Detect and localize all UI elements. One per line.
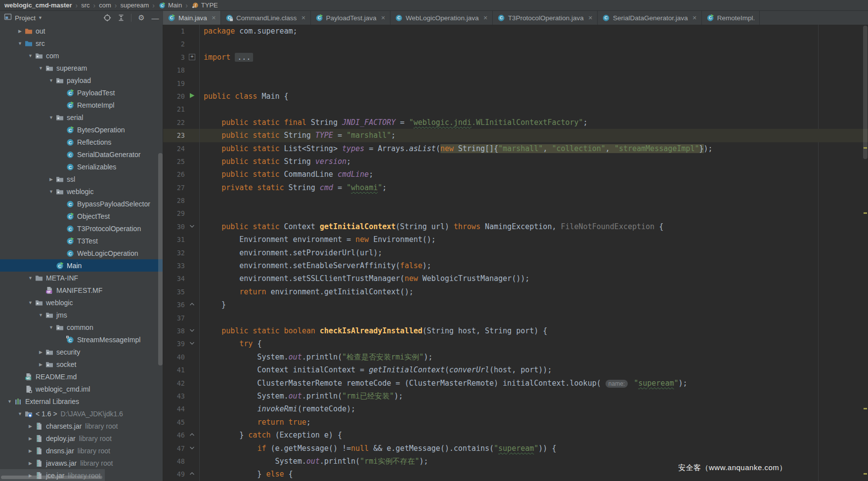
tree-item-objecttest[interactable]: CObjectTest <box>0 210 163 222</box>
tree-item-jms[interactable]: ▼jms <box>0 309 163 321</box>
expanded-arrow-icon[interactable]: ▼ <box>46 189 56 194</box>
tab-t3protocoloperation-java[interactable]: CT3ProtocolOperation.java✕ <box>493 11 598 25</box>
tab-main-java[interactable]: CMain.java✕ <box>163 11 221 25</box>
fold-close-icon[interactable] <box>189 468 195 481</box>
code-line-41[interactable]: 41 Context initialContext = getInitialCo… <box>163 363 868 376</box>
collapsed-arrow-icon[interactable]: ▶ <box>36 350 45 355</box>
tree-item-common[interactable]: ▼common <box>0 321 163 333</box>
fold-close-icon[interactable] <box>189 298 195 311</box>
collapse-icon[interactable] <box>117 14 125 22</box>
locate-icon[interactable] <box>103 14 111 22</box>
code-line-18[interactable]: 18 <box>163 64 868 77</box>
tree-vertical-scrollbar[interactable] <box>158 153 163 365</box>
project-panel-title[interactable]: Project <box>15 14 36 22</box>
code-line-1[interactable]: 1package com.supeream; <box>163 25 868 38</box>
tree-item-ssl[interactable]: ▶ssl <box>0 173 163 185</box>
code-line-45[interactable]: 45 return true; <box>163 416 868 429</box>
tree-item-security[interactable]: ▶security <box>0 346 163 358</box>
fold-open-icon[interactable] <box>189 220 195 233</box>
expanded-arrow-icon[interactable]: ▼ <box>5 399 14 404</box>
expanded-arrow-icon[interactable]: ▼ <box>15 41 25 46</box>
collapsed-arrow-icon[interactable]: ▶ <box>26 424 35 429</box>
code-line-29[interactable]: 29 <box>163 207 868 220</box>
tree-item--1-6-[interactable]: ▼< 1.6 >D:\JAVA_JDK\jdk1.6 <box>0 407 163 420</box>
warning-stripe-mark[interactable] <box>864 408 867 409</box>
collapsed-arrow-icon[interactable]: ▶ <box>15 29 25 34</box>
warning-stripe-mark[interactable] <box>864 473 867 475</box>
tree-item-supeream[interactable]: ▼supeream <box>0 62 163 74</box>
code-line-2[interactable]: 2 <box>163 38 868 50</box>
tree-item-serialdatagenerator[interactable]: CSerialDataGenerator <box>0 148 163 160</box>
code-line-26[interactable]: 26 public static CommandLine cmdLine; <box>163 168 868 181</box>
tree-item-serializables[interactable]: CSerializables <box>0 160 163 173</box>
tree-item-readme-md[interactable]: MDREADME.md <box>0 370 163 383</box>
tree-item-weblogic[interactable]: ▼weblogic <box>0 185 163 198</box>
code-line-19[interactable]: 19 <box>163 77 868 90</box>
tab-payloadtest-java[interactable]: CPayloadTest.java✕ <box>311 11 391 25</box>
tree-item-com[interactable]: ▼com <box>0 49 163 62</box>
code-line-31[interactable]: 31 Environment environment = new Environ… <box>163 233 868 246</box>
breadcrumb-item-src[interactable]: src <box>81 1 89 9</box>
tab-serialdatagenerator-java[interactable]: CSerialDataGenerator.java✕ <box>598 11 702 25</box>
expanded-arrow-icon[interactable]: ▼ <box>36 313 45 318</box>
code-line-47[interactable]: 47 if (e.getMessage() !=null && e.getMes… <box>163 442 868 455</box>
tree-item-manifest-mf[interactable]: MFMANIFEST.MF <box>0 284 163 296</box>
code-line-35[interactable]: 35 return environment.getInitialContext(… <box>163 285 868 298</box>
tree-item-javaws-jar[interactable]: ▶javaws.jarlibrary root <box>0 457 163 469</box>
code-line-32[interactable]: 32 environment.setProviderUrl(url); <box>163 246 868 259</box>
breadcrumb-item-com[interactable]: com <box>99 1 111 9</box>
tree-item-weblogicoperation[interactable]: CWebLogicOperation <box>0 247 163 259</box>
code-editor[interactable]: 1package com.supeream;23+import ...18192… <box>163 25 868 481</box>
tree-item-socket[interactable]: ▶socket <box>0 358 163 370</box>
close-icon[interactable]: ✕ <box>301 15 305 21</box>
tree-item-weblogic-cmd-iml[interactable]: weblogic_cmd.iml <box>0 383 163 395</box>
run-icon[interactable] <box>189 90 195 103</box>
tree-item-charsets-jar[interactable]: ▶charsets.jarlibrary root <box>0 420 163 432</box>
code-line-27[interactable]: 27 private static String cmd = "whoami"; <box>163 181 868 194</box>
fold-expand-icon[interactable]: + <box>189 54 195 60</box>
breadcrumb-item-type[interactable]: fTYPE <box>191 1 218 9</box>
code-line-3[interactable]: 3+import ... <box>163 51 868 64</box>
tree-item-weblogic[interactable]: ▼weblogic <box>0 296 163 309</box>
tree-item-serial[interactable]: ▼serial <box>0 111 163 123</box>
collapsed-arrow-icon[interactable]: ▶ <box>36 362 45 367</box>
code-line-36[interactable]: 36 } <box>163 298 868 311</box>
fold-open-icon[interactable] <box>189 324 195 337</box>
close-icon[interactable]: ✕ <box>588 15 593 21</box>
tree-item-dnsns-jar[interactable]: ▶dnsns.jarlibrary root <box>0 444 163 457</box>
expanded-arrow-icon[interactable]: ▼ <box>26 53 35 58</box>
tree-horizontal-scrollbar[interactable] <box>1 476 102 479</box>
expanded-arrow-icon[interactable]: ▼ <box>46 325 56 330</box>
tab-remoteimpl-[interactable]: CRemoteImpl. <box>702 11 760 25</box>
tree-item-reflections[interactable]: CReflections <box>0 136 163 148</box>
editor-vertical-scrollbar[interactable] <box>863 26 868 159</box>
code-line-37[interactable]: 37 <box>163 312 868 324</box>
code-line-42[interactable]: 42 ClusterMasterRemote remoteCode = (Clu… <box>163 377 868 390</box>
tree-item-jce-jar[interactable]: ▶jce.jarlibrary root <box>0 469 163 481</box>
tree-item-meta-inf[interactable]: ▼META-INF <box>0 272 163 284</box>
code-line-30[interactable]: 30 public static Context getInitialConte… <box>163 220 868 233</box>
collapsed-arrow-icon[interactable]: ▶ <box>26 448 35 453</box>
code-line-25[interactable]: 25 public static String version; <box>163 155 868 168</box>
chevron-down-icon[interactable]: ▼ <box>38 15 43 20</box>
close-icon[interactable]: ✕ <box>381 15 386 21</box>
code-line-20[interactable]: 20public class Main { <box>163 90 868 103</box>
code-line-44[interactable]: 44 invokeRmi(remoteCode); <box>163 402 868 415</box>
code-line-39[interactable]: 39 try { <box>163 337 868 350</box>
code-line-40[interactable]: 40 System.out.println("检查是否安装rmi实例"); <box>163 351 868 363</box>
code-line-33[interactable]: 33 environment.setEnableServerAffinity(f… <box>163 259 868 272</box>
collapsed-arrow-icon[interactable]: ▶ <box>46 177 56 182</box>
code-line-43[interactable]: 43 System.out.println("rmi已经安装"); <box>163 390 868 402</box>
breadcrumb-item-main[interactable]: CMain <box>158 1 182 9</box>
settings-icon[interactable]: ⚙ <box>137 14 145 22</box>
tree-item-main[interactable]: CMain <box>0 259 163 272</box>
tree-item-streammessageimpl[interactable]: CStreamMessageImpl <box>0 333 163 346</box>
expanded-arrow-icon[interactable]: ▼ <box>26 276 35 281</box>
close-icon[interactable]: ✕ <box>212 15 216 21</box>
warning-stripe-mark[interactable] <box>864 147 867 149</box>
collapsed-arrow-icon[interactable]: ▶ <box>26 461 35 466</box>
warning-stripe-mark[interactable] <box>864 212 867 214</box>
code-line-34[interactable]: 34 environment.setSSLClientTrustManager(… <box>163 272 868 285</box>
tree-item-t3protocoloperation[interactable]: CT3ProtocolOperation <box>0 222 163 235</box>
expanded-arrow-icon[interactable]: ▼ <box>46 115 56 120</box>
